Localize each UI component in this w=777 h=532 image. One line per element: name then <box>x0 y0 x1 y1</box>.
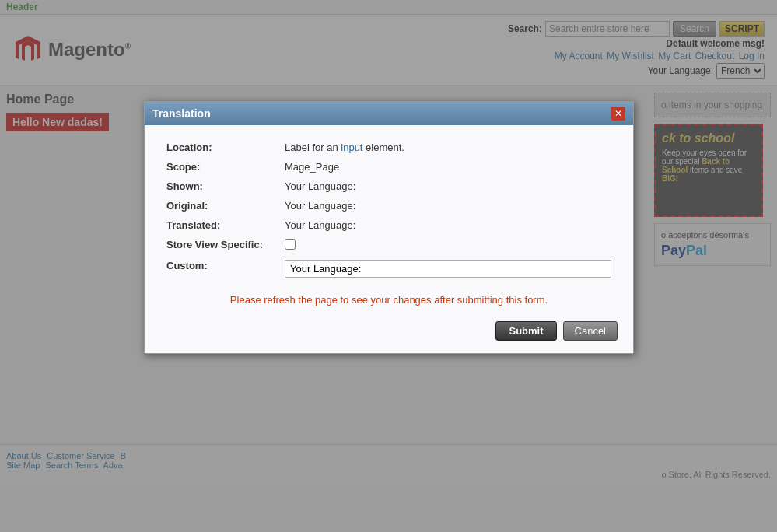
shown-label: Shown: <box>160 177 278 196</box>
field-shown: Shown: Your Language: <box>160 177 618 196</box>
field-custom: Custom: <box>160 256 618 282</box>
submit-button[interactable]: Submit <box>495 321 556 341</box>
modal-body: Location: Label for an input element. Sc… <box>145 125 633 353</box>
input-link[interactable]: input <box>341 142 362 153</box>
field-original: Original: Your Language: <box>160 196 618 215</box>
modal-header: Translation ✕ <box>145 102 633 125</box>
field-store-view: Store View Specific: <box>160 235 618 256</box>
location-value: Label for an input element. <box>278 138 618 157</box>
store-view-checkbox[interactable] <box>285 239 296 250</box>
cancel-button[interactable]: Cancel <box>563 321 618 341</box>
field-scope: Scope: Mage_Page <box>160 157 618 177</box>
translation-modal: Translation ✕ Location: Label for an inp… <box>144 101 634 354</box>
refresh-message: Please refresh the page to see your chan… <box>160 294 618 306</box>
modal-close-button[interactable]: ✕ <box>611 107 625 121</box>
scope-value: Mage_Page <box>278 157 618 177</box>
original-value: Your Language: <box>278 196 618 215</box>
scope-label: Scope: <box>160 157 278 177</box>
translation-form-table: Location: Label for an input element. Sc… <box>160 138 618 282</box>
store-view-label: Store View Specific: <box>160 235 278 256</box>
location-label: Location: <box>160 138 278 157</box>
translated-value: Your Language: <box>278 215 618 235</box>
custom-input[interactable] <box>285 260 611 278</box>
field-location: Location: Label for an input element. <box>160 138 618 157</box>
shown-value: Your Language: <box>278 177 618 196</box>
custom-input-cell <box>278 256 618 282</box>
custom-label: Custom: <box>160 256 278 282</box>
field-translated: Translated: Your Language: <box>160 215 618 235</box>
store-view-checkbox-cell <box>278 235 618 256</box>
modal-title: Translation <box>152 107 211 120</box>
translated-label: Translated: <box>160 215 278 235</box>
modal-buttons: Submit Cancel <box>160 318 618 341</box>
original-label: Original: <box>160 196 278 215</box>
